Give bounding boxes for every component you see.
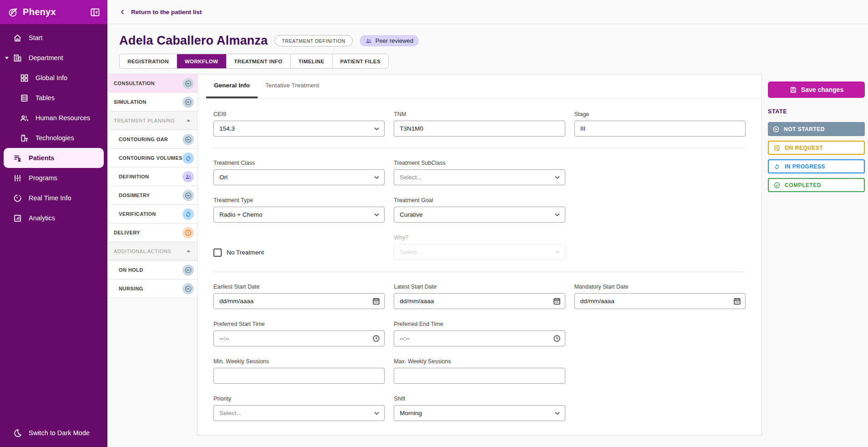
- step-verification[interactable]: VERIFICATION: [108, 205, 197, 224]
- tab-general-info[interactable]: General Info: [206, 74, 258, 98]
- clock-icon: [553, 334, 561, 343]
- state-badge-label: COMPLETED: [785, 182, 821, 188]
- max-weekly-sessions-input[interactable]: [394, 368, 565, 384]
- status-not-started-icon[interactable]: [183, 97, 194, 108]
- status-peer-review-icon[interactable]: [183, 171, 194, 183]
- step-simulation[interactable]: SIMULATION: [108, 93, 197, 112]
- preferred-end-time-label: Preferred End Time: [394, 321, 565, 327]
- sidebar-item-real-time-info[interactable]: Real Time Info: [0, 188, 107, 208]
- tab-treatment-info[interactable]: TREATMENT INFO: [226, 54, 290, 68]
- status-not-started-icon[interactable]: [183, 264, 194, 276]
- no-treatment-label: No Treatment: [227, 249, 264, 256]
- step-contouring-oar[interactable]: CONTOURING OAR: [108, 130, 197, 149]
- sidebar-item-human-resources[interactable]: Human Resources: [0, 108, 107, 128]
- back-to-patient-list[interactable]: Return to the patient list: [119, 9, 202, 15]
- brand: Phenyx: [8, 7, 56, 18]
- step-contouring-volumes[interactable]: CONTOURING VOLUMES: [108, 149, 197, 168]
- sidebar-item-label: Analytics: [29, 214, 55, 222]
- no-treatment-checkbox[interactable]: [213, 249, 222, 257]
- tab-timeline[interactable]: TIMELINE: [291, 54, 333, 68]
- sidebar-item-label: Department: [29, 54, 63, 61]
- latest-start-date-label: Latest Start Date: [394, 284, 565, 290]
- sidebar-item-patients[interactable]: Patients: [4, 148, 104, 168]
- stage-label: Stage: [574, 111, 746, 117]
- treatment-type-select[interactable]: Radio + Chemo: [213, 207, 385, 223]
- section-additional-actions[interactable]: ADDITIONAL ACTIONS: [108, 242, 197, 261]
- earliest-start-date-input[interactable]: [213, 293, 385, 309]
- shift-select[interactable]: Morning: [394, 405, 565, 421]
- field-cei9: CEI9 154,3: [213, 111, 385, 137]
- field-latest-start-date: Latest Start Date: [394, 284, 565, 309]
- step-on-hold[interactable]: ON HOLD: [108, 261, 197, 279]
- cei9-select[interactable]: 154,3: [213, 121, 385, 137]
- step-nursing[interactable]: NURSING: [108, 279, 197, 298]
- status-not-started-icon[interactable]: [183, 283, 194, 295]
- patient-tabs: REGISTRATION WORKFLOW TREATMENT INFO TIM…: [119, 54, 389, 69]
- field-shift: Shift Morning: [394, 396, 565, 421]
- no-treatment-checkbox-row[interactable]: No Treatment: [213, 244, 385, 260]
- sidebar-item-start[interactable]: Start: [0, 28, 107, 48]
- tab-workflow[interactable]: WORKFLOW: [177, 54, 226, 68]
- sidebar-item-technologies[interactable]: Technologies: [0, 128, 107, 148]
- chart-icon: [13, 213, 22, 223]
- treatment-goal-select[interactable]: Curative: [394, 207, 565, 223]
- why-select[interactable]: Select...: [394, 244, 565, 260]
- latest-start-date-input[interactable]: [394, 293, 565, 309]
- field-treatment-type: Treatment Type Radio + Chemo: [213, 197, 385, 223]
- field-tnm: TNM: [394, 111, 565, 137]
- tab-registration[interactable]: REGISTRATION: [120, 54, 177, 68]
- state-not-started[interactable]: NOT STARTED: [768, 122, 865, 136]
- tab-patient-files[interactable]: PATIENT FILES: [333, 54, 388, 68]
- stage-input[interactable]: [574, 121, 746, 137]
- status-in-progress-icon[interactable]: [183, 152, 194, 164]
- step-label: DOSIMETRY: [119, 193, 150, 198]
- step-consultation[interactable]: CONSULTATION: [108, 74, 197, 93]
- timer-icon: [13, 193, 22, 203]
- grid-icon: [20, 73, 29, 83]
- sidebar-item-programs[interactable]: Programs: [0, 168, 107, 188]
- step-dosimetry[interactable]: DOSIMETRY: [108, 186, 197, 205]
- state-completed[interactable]: COMPLETED: [768, 178, 865, 192]
- status-in-progress-icon[interactable]: [183, 208, 194, 220]
- max-weekly-sessions-label: Max. Weekly Sessions: [394, 358, 565, 365]
- collapse-sidebar-icon[interactable]: [90, 7, 101, 18]
- field-mandatory-start-date: Mandatory Start Date: [574, 284, 746, 309]
- treatment-class-select[interactable]: Orl: [213, 169, 385, 185]
- step-label: DELIVERY: [114, 230, 140, 235]
- field-min-weekly-sessions: Min. Weekly Sessions: [213, 358, 385, 384]
- step-delivery[interactable]: DELIVERY: [108, 224, 197, 242]
- patient-list-icon: [13, 153, 22, 163]
- mandatory-start-date-input[interactable]: [574, 293, 746, 309]
- status-not-started-icon[interactable]: [183, 190, 194, 201]
- sidebar-item-global-info[interactable]: Global Info: [0, 68, 107, 88]
- preferred-start-time-label: Preferred Start Time: [213, 321, 385, 327]
- sidebar-item-label: Real Time Info: [29, 194, 71, 202]
- mandatory-start-date-label: Mandatory Start Date: [574, 284, 746, 290]
- peer-review-icon: [365, 37, 372, 45]
- sidebar-item-analytics[interactable]: Analytics: [0, 208, 107, 228]
- on-request-icon: [773, 144, 781, 152]
- dark-mode-toggle[interactable]: Switch to Dark Mode: [0, 419, 107, 447]
- status-not-started-icon[interactable]: [183, 134, 194, 145]
- preferred-end-time-input[interactable]: [394, 330, 565, 346]
- step-definition[interactable]: DEFINITION: [108, 168, 197, 186]
- state-on-request[interactable]: ON REQUEST: [768, 141, 865, 155]
- main-area: Return to the patient list Adela Caballe…: [107, 0, 868, 436]
- min-weekly-sessions-input[interactable]: [213, 368, 385, 384]
- treatment-subclass-select[interactable]: Select...: [394, 169, 565, 185]
- treatment-subclass-label: Treatment SubClass: [394, 160, 565, 166]
- back-chevron-icon: [119, 9, 126, 15]
- priority-select[interactable]: Select...: [213, 405, 385, 421]
- tab-tentative-treatment[interactable]: Tentative Treatment: [258, 74, 327, 98]
- state-in-progress[interactable]: IN PROGRESS: [768, 159, 865, 173]
- status-not-started-icon[interactable]: [183, 78, 194, 89]
- sidebar-item-label: Human Resources: [36, 114, 90, 122]
- status-alert-icon[interactable]: [183, 227, 194, 239]
- tnm-input[interactable]: [394, 121, 565, 137]
- preferred-start-time-input[interactable]: [213, 330, 385, 346]
- completed-icon: [773, 182, 781, 189]
- sidebar-item-department[interactable]: Department: [0, 48, 107, 68]
- sidebar-item-tables[interactable]: Tables: [0, 88, 107, 108]
- save-changes-button[interactable]: Save changes: [768, 81, 865, 98]
- section-treatment-planning[interactable]: TREATMENT PLANNING: [108, 112, 197, 130]
